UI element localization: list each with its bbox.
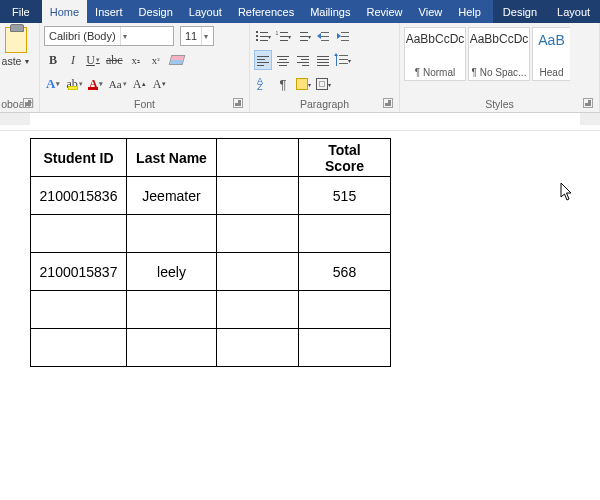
align-left-button[interactable] bbox=[254, 50, 272, 70]
tab-references[interactable]: References bbox=[230, 0, 302, 23]
shrink-font-button[interactable]: A bbox=[151, 74, 169, 94]
borders-button[interactable]: ▾ bbox=[314, 74, 332, 94]
chevron-down-icon[interactable]: ▾ bbox=[201, 27, 210, 45]
font-size-combo[interactable]: 11 ▾ bbox=[180, 26, 214, 46]
align-center-button[interactable] bbox=[274, 50, 292, 70]
table-cell[interactable] bbox=[127, 215, 217, 253]
sort-button[interactable]: A Z bbox=[254, 74, 272, 94]
table-cell[interactable] bbox=[31, 291, 127, 329]
font-size-value: 11 bbox=[185, 30, 197, 42]
font-name-value: Calibri (Body) bbox=[49, 30, 116, 42]
italic-button[interactable]: I bbox=[64, 50, 82, 70]
style-name: Head bbox=[540, 67, 564, 78]
chevron-down-icon[interactable]: ▾ bbox=[120, 27, 129, 45]
subscript-button[interactable]: x bbox=[127, 50, 145, 70]
ribbon: aste▼ oboard Calibri (Body) ▾ 11 ▾ B I U… bbox=[0, 23, 600, 113]
table-cell[interactable] bbox=[299, 329, 391, 367]
table-cell[interactable] bbox=[217, 291, 299, 329]
show-marks-button[interactable]: ¶ bbox=[274, 74, 292, 94]
table-cell[interactable] bbox=[217, 253, 299, 291]
change-case-button[interactable]: Aa▾ bbox=[107, 74, 129, 94]
table-cell[interactable]: leely bbox=[127, 253, 217, 291]
tab-review[interactable]: Review bbox=[359, 0, 411, 23]
table-cell[interactable] bbox=[217, 329, 299, 367]
font-color-swatch-icon bbox=[88, 87, 98, 90]
tab-design[interactable]: Design bbox=[131, 0, 181, 23]
table-cell[interactable] bbox=[299, 291, 391, 329]
table-cell[interactable]: Jeemater bbox=[127, 177, 217, 215]
ribbon-tabstrip: File Home Insert Design Layout Reference… bbox=[0, 0, 600, 23]
bullets-button[interactable]: ▾ bbox=[254, 26, 272, 46]
table-cell[interactable]: 2100015837 bbox=[31, 253, 127, 291]
table-cell[interactable] bbox=[127, 329, 217, 367]
table-row[interactable]: 2100015836Jeemater515 bbox=[31, 177, 391, 215]
styles-gallery[interactable]: AaBbCcDc ¶ Normal AaBbCcDc ¶ No Spac... … bbox=[404, 25, 570, 83]
tab-help[interactable]: Help bbox=[450, 0, 489, 23]
chevron-down-icon: ▼ bbox=[23, 58, 30, 65]
style-normal[interactable]: AaBbCcDc ¶ Normal bbox=[404, 27, 466, 81]
table-cell[interactable] bbox=[299, 215, 391, 253]
table-header-cell[interactable]: Student ID bbox=[31, 139, 127, 177]
highlight-button[interactable]: ab▾ bbox=[64, 74, 84, 94]
text-effects-button[interactable]: A▾ bbox=[44, 74, 62, 94]
table-header-row[interactable]: Student ID Last Name Total Score bbox=[31, 139, 391, 177]
table-cell[interactable] bbox=[127, 291, 217, 329]
strikethrough-button[interactable]: abc bbox=[104, 50, 125, 70]
ruler[interactable] bbox=[0, 113, 600, 131]
tab-table-design[interactable]: Design bbox=[493, 0, 547, 23]
table-header-cell[interactable]: Total Score bbox=[299, 139, 391, 177]
table-cell[interactable]: 2100015836 bbox=[31, 177, 127, 215]
table-header-cell[interactable] bbox=[217, 139, 299, 177]
styles-launcher[interactable] bbox=[583, 98, 593, 108]
tab-mailings[interactable]: Mailings bbox=[302, 0, 358, 23]
eraser-icon bbox=[168, 55, 185, 65]
decrease-indent-button[interactable] bbox=[314, 26, 332, 46]
table-cell[interactable] bbox=[217, 215, 299, 253]
numbering-button[interactable]: ▾ bbox=[274, 26, 292, 46]
ruler-margin-left bbox=[0, 113, 30, 125]
line-spacing-button[interactable]: ▾ bbox=[334, 50, 352, 70]
style-name: ¶ Normal bbox=[415, 67, 455, 78]
bold-button[interactable]: B bbox=[44, 50, 62, 70]
style-heading[interactable]: AaB Head bbox=[532, 27, 570, 81]
clear-formatting-button[interactable] bbox=[167, 50, 187, 70]
tab-insert[interactable]: Insert bbox=[87, 0, 131, 23]
font-color-button[interactable]: A▾ bbox=[87, 74, 105, 94]
increase-indent-button[interactable] bbox=[334, 26, 352, 46]
font-launcher[interactable] bbox=[233, 98, 243, 108]
table-header-cell[interactable]: Last Name bbox=[127, 139, 217, 177]
grow-font-button[interactable]: A bbox=[131, 74, 149, 94]
superscript-button[interactable]: x bbox=[147, 50, 165, 70]
multilevel-list-button[interactable]: ▾ bbox=[294, 26, 312, 46]
ruler-margin-right bbox=[580, 113, 600, 125]
paragraph-launcher[interactable] bbox=[383, 98, 393, 108]
clipboard-launcher[interactable] bbox=[23, 98, 33, 108]
document-area[interactable]: Student ID Last Name Total Score 2100015… bbox=[0, 132, 600, 500]
table-row[interactable] bbox=[31, 329, 391, 367]
underline-button[interactable]: U▾ bbox=[84, 50, 102, 70]
tab-file[interactable]: File bbox=[0, 0, 42, 23]
highlight-swatch-icon bbox=[68, 86, 78, 90]
table-cell[interactable] bbox=[31, 215, 127, 253]
font-name-combo[interactable]: Calibri (Body) ▾ bbox=[44, 26, 174, 46]
table-row[interactable] bbox=[31, 291, 391, 329]
table-cell[interactable]: 515 bbox=[299, 177, 391, 215]
align-right-button[interactable] bbox=[294, 50, 312, 70]
style-preview: AaBbCcDc bbox=[470, 32, 529, 46]
table-cell[interactable]: 568 bbox=[299, 253, 391, 291]
tab-home[interactable]: Home bbox=[42, 0, 87, 23]
table-cell[interactable] bbox=[31, 329, 127, 367]
paste-button[interactable]: aste▼ bbox=[0, 25, 32, 96]
style-no-spacing[interactable]: AaBbCcDc ¶ No Spac... bbox=[468, 27, 530, 81]
tab-table-layout[interactable]: Layout bbox=[547, 0, 600, 23]
table-row[interactable] bbox=[31, 215, 391, 253]
table-row[interactable]: 2100015837leely568 bbox=[31, 253, 391, 291]
tab-view[interactable]: View bbox=[411, 0, 451, 23]
group-paragraph-label: Paragraph bbox=[300, 98, 349, 110]
align-justify-button[interactable] bbox=[314, 50, 332, 70]
table-cell[interactable] bbox=[217, 177, 299, 215]
shading-button[interactable]: ▾ bbox=[294, 74, 312, 94]
group-paragraph: ▾ ▾ ▾ ▾ A Z ¶ ▾ ▾ Paragraph bbox=[250, 23, 400, 112]
tab-layout[interactable]: Layout bbox=[181, 0, 230, 23]
document-table[interactable]: Student ID Last Name Total Score 2100015… bbox=[30, 138, 391, 367]
